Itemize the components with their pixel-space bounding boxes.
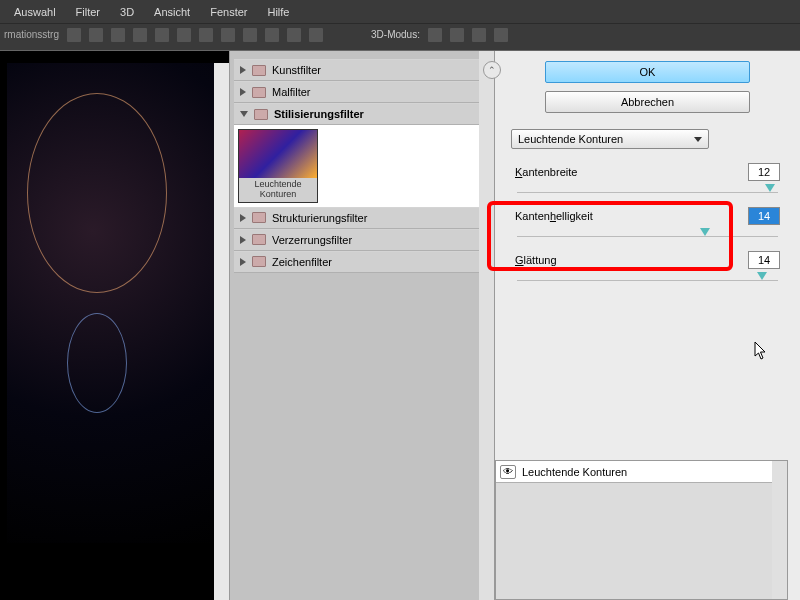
chevron-down-icon (694, 137, 702, 142)
ok-button[interactable]: OK (545, 61, 750, 83)
slider-glaettung[interactable] (517, 275, 778, 281)
folder-icon (252, 256, 266, 267)
annotation-highlight (487, 201, 733, 271)
applied-scrollbar[interactable] (772, 461, 787, 599)
tree-label: Strukturierungsfilter (272, 212, 367, 224)
filter-select-dropdown[interactable]: Leuchtende Konturen (511, 129, 709, 149)
filter-tree-panel: Kunstfilter Malfilter Stilisierungsfilte… (230, 51, 495, 600)
param-value-input[interactable] (748, 207, 780, 225)
filter-thumbnails: Leuchtende Konturen (234, 125, 490, 207)
applied-filter-row[interactable]: 👁 Leuchtende Konturen (496, 461, 787, 483)
slider-handle[interactable] (757, 272, 767, 280)
thumb-caption: Leuchtende Konturen (239, 178, 317, 202)
applied-filters-panel: 👁 Leuchtende Konturen (495, 460, 788, 600)
chevron-right-icon (240, 214, 246, 222)
tree-strukturierungsfilter[interactable]: Strukturierungsfilter (234, 207, 490, 229)
options-bar: rmationsstrg 3D-Modus: (0, 23, 800, 45)
param-value-input[interactable] (748, 163, 780, 181)
visibility-eye-icon[interactable]: 👁 (500, 465, 516, 479)
preview-scrollbar[interactable] (214, 63, 229, 600)
applied-filter-title: Leuchtende Konturen (522, 466, 627, 478)
param-kantenbreite: Kantenbreite (507, 161, 788, 183)
dropdown-label: Leuchtende Konturen (518, 133, 623, 145)
toolbar-3d-label: 3D-Modus: (371, 29, 420, 40)
folder-icon (252, 234, 266, 245)
menubar: Auswahl Filter 3D Ansicht Fenster Hilfe (0, 0, 800, 23)
filter-gallery-dialog: Kunstfilter Malfilter Stilisierungsfilte… (0, 50, 800, 600)
menu-3d[interactable]: 3D (110, 3, 144, 21)
tree-label: Stilisierungsfilter (274, 108, 364, 120)
tree-label: Malfilter (272, 86, 311, 98)
tree-label: Verzerrungsfilter (272, 234, 352, 246)
tree-kunstfilter[interactable]: Kunstfilter (234, 59, 490, 81)
slider-handle[interactable] (765, 184, 775, 192)
cancel-button[interactable]: Abbrechen (545, 91, 750, 113)
tree-malfilter[interactable]: Malfilter (234, 81, 490, 103)
menu-fenster[interactable]: Fenster (200, 3, 257, 21)
tree-stilisierungsfilter[interactable]: Stilisierungsfilter (234, 103, 490, 125)
folder-icon (252, 212, 266, 223)
menu-auswahl[interactable]: Auswahl (4, 3, 66, 21)
collapse-toggle[interactable]: ⌃ (483, 61, 501, 79)
filter-controls-panel: ⌃ OK Abbrechen Leuchtende Konturen Kante… (495, 51, 800, 600)
tree-scrollbar[interactable] (479, 51, 494, 600)
tree-label: Kunstfilter (272, 64, 321, 76)
preview-image (7, 63, 222, 543)
thumb-leuchtende-konturen[interactable]: Leuchtende Konturen (238, 129, 318, 203)
thumb-image (239, 130, 317, 178)
chevron-right-icon (240, 236, 246, 244)
folder-icon (254, 109, 268, 120)
menu-hilfe[interactable]: Hilfe (257, 3, 299, 21)
menu-filter[interactable]: Filter (66, 3, 110, 21)
tree-label: Zeichenfilter (272, 256, 332, 268)
chevron-down-icon (240, 111, 248, 117)
preview-panel (0, 51, 230, 600)
chevron-right-icon (240, 66, 246, 74)
param-value-input[interactable] (748, 251, 780, 269)
folder-icon (252, 65, 266, 76)
tree-verzerrungsfilter[interactable]: Verzerrungsfilter (234, 229, 490, 251)
chevron-right-icon (240, 258, 246, 266)
folder-icon (252, 87, 266, 98)
param-label: Kantenbreite (515, 166, 577, 178)
chevron-right-icon (240, 88, 246, 96)
menu-ansicht[interactable]: Ansicht (144, 3, 200, 21)
slider-kantenbreite[interactable] (517, 187, 778, 193)
tree-zeichenfilter[interactable]: Zeichenfilter (234, 251, 490, 273)
